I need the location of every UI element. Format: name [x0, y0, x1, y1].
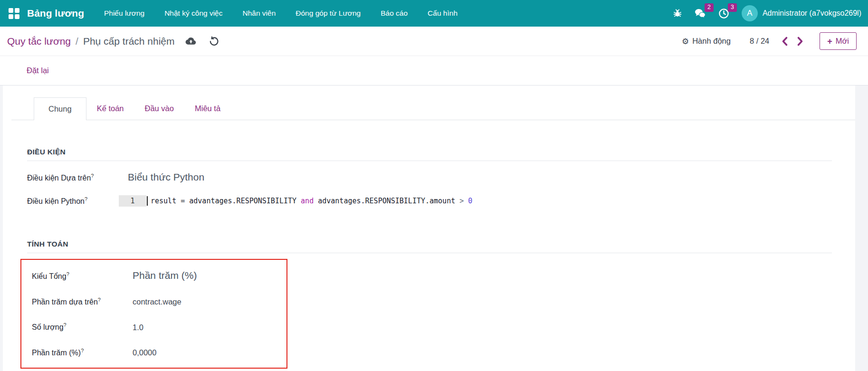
- user-name: Administrator (a7vokgso269l): [763, 9, 861, 18]
- code-line-content: result = advantages.RESPONSIBILITY and a…: [148, 197, 472, 205]
- field-row-percentage-based-on: Phần trăm dựa trên? contract.wage: [32, 297, 286, 306]
- field-label: Kiểu Tổng?: [32, 271, 133, 281]
- section-divider: [27, 253, 832, 253]
- pager-previous-icon[interactable]: [781, 36, 789, 47]
- control-panel: Quy tắc lương / Phụ cấp trách nhiệm ⚙ Hà…: [0, 27, 868, 56]
- field-label: Số lượng?: [32, 322, 133, 332]
- main-menu: Phiếu lương Nhật ký công việc Nhân viên …: [103, 6, 458, 20]
- field-value-amount-type[interactable]: Phần trăm (%): [133, 270, 197, 281]
- save-cloud-icon[interactable]: [184, 37, 196, 46]
- action-menu-button[interactable]: ⚙ Hành động: [682, 37, 731, 46]
- messages-count-badge: 2: [705, 3, 714, 12]
- field-help-marker: ?: [67, 271, 69, 277]
- field-value-quantity[interactable]: 1.0: [133, 323, 143, 332]
- breadcrumb-current: Phụ cấp trách nhiệm: [83, 36, 175, 47]
- new-button-label: Mới: [836, 37, 849, 46]
- apps-grid-icon[interactable]: [9, 8, 19, 19]
- field-help-marker: ?: [81, 348, 84, 353]
- field-value-percentage-based-on[interactable]: contract.wage: [133, 297, 181, 306]
- python-code-editor[interactable]: 1 result = advantages.RESPONSIBILITY and…: [119, 195, 472, 207]
- field-label-text: Số lượng: [32, 323, 64, 332]
- section-title-computation: TÍNH TOÁN: [27, 240, 832, 248]
- user-menu[interactable]: A Administrator (a7vokgso269l): [742, 5, 861, 21]
- form-body: ĐIỀU KIỆN Điều kiện Dựa trên? Biểu thức …: [3, 148, 855, 369]
- tab-dau-vao[interactable]: Đầu vào: [134, 97, 184, 120]
- field-label-text: Điều kiện Dựa trên: [27, 174, 91, 182]
- field-label-text: Điều kiện Python: [27, 197, 85, 205]
- activities-clock-icon[interactable]: 3: [718, 8, 729, 19]
- field-label: Điều kiện Python?: [27, 196, 119, 206]
- field-row-amount-type: Kiểu Tổng? Phần trăm (%): [32, 270, 286, 281]
- field-label-text: Phần trăm dựa trên: [32, 298, 98, 306]
- breadcrumb-separator: /: [76, 36, 78, 47]
- tab-ke-toan[interactable]: Kế toán: [86, 97, 134, 120]
- tab-chung[interactable]: Chung: [34, 97, 86, 120]
- field-row-python-condition: Điều kiện Python? 1 result = advantages.…: [27, 195, 832, 207]
- code-text: result = advantages.RESPONSIBILITY: [151, 197, 301, 205]
- app-title[interactable]: Bảng lương: [27, 8, 84, 19]
- field-label: Phần trăm dựa trên?: [32, 297, 133, 306]
- code-line-number: 1: [119, 195, 146, 207]
- tab-mieu-ta[interactable]: Miêu tả: [184, 97, 231, 120]
- menu-item-bao-cao[interactable]: Báo cáo: [380, 6, 409, 20]
- action-menu-label: Hành động: [692, 37, 731, 46]
- breadcrumb: Quy tắc lương / Phụ cấp trách nhiệm: [7, 36, 175, 47]
- gear-icon: ⚙: [682, 37, 689, 46]
- code-operator: >: [459, 197, 464, 205]
- form-sheet: Chung Kế toán Đầu vào Miêu tả ĐIỀU KIỆN …: [3, 86, 855, 371]
- field-row-quantity: Số lượng? 1.0: [32, 322, 286, 332]
- field-label-text: Phần trăm (%): [32, 349, 81, 357]
- menu-item-nhat-ky-cong-viec[interactable]: Nhật ký công việc: [163, 6, 223, 20]
- section-conditions: ĐIỀU KIỆN Điều kiện Dựa trên? Biểu thức …: [27, 148, 832, 207]
- field-help-marker: ?: [98, 297, 101, 303]
- field-label: Điều kiện Dựa trên?: [27, 173, 128, 182]
- menu-item-phieu-luong[interactable]: Phiếu lương: [103, 6, 145, 20]
- plus-icon: +: [827, 38, 832, 45]
- section-computation: TÍNH TOÁN Kiểu Tổng? Phần trăm (%) Phần …: [27, 240, 832, 369]
- reset-button[interactable]: Đặt lại: [22, 63, 54, 78]
- menu-item-dong-gop-tu-luong[interactable]: Đóng góp từ Lương: [295, 6, 362, 20]
- field-label: Phần trăm (%)?: [32, 348, 133, 357]
- menu-item-cau-hinh[interactable]: Cấu hình: [427, 6, 458, 20]
- new-record-button[interactable]: + Mới: [820, 32, 857, 50]
- avatar: A: [742, 5, 758, 21]
- field-row-condition-based-on: Điều kiện Dựa trên? Biểu thức Python: [27, 171, 832, 183]
- menu-item-nhan-vien[interactable]: Nhân viên: [242, 6, 277, 20]
- debug-bug-icon[interactable]: [673, 9, 682, 18]
- field-value-percentage[interactable]: 0,0000: [133, 348, 156, 357]
- pager-next-icon[interactable]: [796, 36, 804, 47]
- section-divider: [27, 161, 832, 161]
- activities-count-badge: 3: [728, 3, 737, 12]
- pager-count[interactable]: 8 / 24: [750, 37, 769, 46]
- field-row-percentage: Phần trăm (%)? 0,0000: [32, 348, 286, 357]
- messages-icon[interactable]: 2: [695, 8, 706, 19]
- field-value-condition-based-on[interactable]: Biểu thức Python: [128, 171, 204, 183]
- field-label-text: Kiểu Tổng: [32, 272, 67, 280]
- top-navbar: Bảng lương Phiếu lương Nhật ký công việc…: [0, 0, 868, 27]
- notebook-tabs: Chung Kế toán Đầu vào Miêu tả: [11, 86, 855, 120]
- status-bar: Đặt lại: [0, 56, 868, 86]
- field-help-marker: ?: [91, 173, 94, 179]
- field-help-marker: ?: [64, 322, 67, 328]
- code-text: advantages.RESPONSIBILITY.amount: [314, 197, 459, 205]
- breadcrumb-parent-link[interactable]: Quy tắc lương: [7, 36, 71, 47]
- discard-rotate-icon[interactable]: [209, 36, 219, 47]
- code-number: 0: [468, 197, 472, 205]
- highlight-box: Kiểu Tổng? Phần trăm (%) Phần trăm dựa t…: [20, 259, 287, 369]
- content-area: Chung Kế toán Đầu vào Miêu tả ĐIỀU KIỆN …: [0, 86, 868, 371]
- systray: 2 3 A Administrator (a7vokgso269l): [673, 5, 861, 21]
- section-title-conditions: ĐIỀU KIỆN: [27, 148, 832, 156]
- field-help-marker: ?: [85, 196, 87, 202]
- code-keyword: and: [301, 197, 314, 205]
